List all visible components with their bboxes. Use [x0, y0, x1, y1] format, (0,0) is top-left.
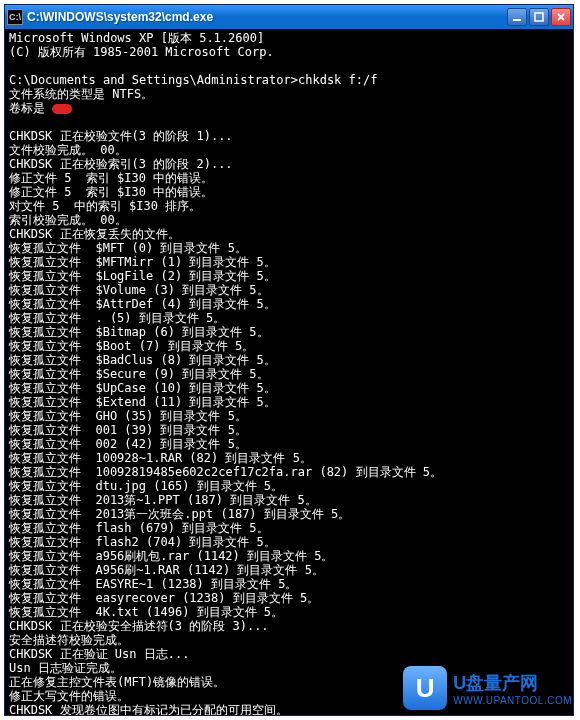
console-line: 恢复孤立文件 GHO (35) 到目录文件 5。 — [9, 409, 247, 423]
console-line: 恢复孤立文件 easyrecover (1238) 到目录文件 5。 — [9, 591, 319, 605]
console-line: 恢复孤立文件 $MFTMirr (1) 到目录文件 5。 — [9, 255, 276, 269]
console-line: Usn 日志验证完成。 — [9, 661, 122, 675]
watermark-title: U盘量产网 — [453, 671, 572, 695]
console-line: CHKDSK 正在校验文件(3 的阶段 1)... — [9, 129, 233, 143]
console-line: 恢复孤立文件 4K.txt (1496) 到目录文件 5。 — [9, 605, 283, 619]
console-line: 恢复孤立文件 $Volume (3) 到目录文件 5。 — [9, 283, 269, 297]
console-line: 修正大写文件的错误。 — [9, 689, 129, 703]
console-line: CHKDSK 正在校验安全描述符(3 的阶段 3)... — [9, 619, 269, 633]
console-line: 恢复孤立文件 001 (39) 到目录文件 5。 — [9, 423, 247, 437]
console-line: 恢复孤立文件 EASYRE~1 (1238) 到目录文件 5。 — [9, 577, 298, 591]
close-icon — [556, 12, 566, 22]
console-line: 对文件 5 中的索引 $I30 排序。 — [9, 199, 201, 213]
close-button[interactable] — [551, 8, 571, 26]
console-line: 恢复孤立文件 $Boot (7) 到目录文件 5。 — [9, 339, 254, 353]
watermark: U U盘量产网 WWW.UPANTOOL.COM — [403, 666, 572, 710]
console-line: 修正文件 5 索引 $I30 中的错误。 — [9, 171, 213, 185]
console-line: 正在修复主控文件表(MFT)镜像的错误。 — [9, 675, 225, 689]
console-line: 恢复孤立文件 A956刷~1.RAR (1142) 到目录文件 5。 — [9, 563, 324, 577]
console-line: (C) 版权所有 1985-2001 Microsoft Corp. — [9, 45, 274, 59]
titlebar[interactable]: C:\ C:\WINDOWS\system32\cmd.exe — [5, 5, 573, 29]
watermark-url: WWW.UPANTOOL.COM — [453, 695, 572, 706]
console-line: 恢复孤立文件 $Extend (11) 到目录文件 5。 — [9, 395, 276, 409]
console-line: 修正文件 5 索引 $I30 中的错误。 — [9, 185, 213, 199]
console-line: 索引校验完成。 00。 — [9, 213, 127, 227]
console-line: 恢复孤立文件 flash2 (704) 到目录文件 5。 — [9, 535, 276, 549]
window-controls — [507, 8, 571, 26]
console-output[interactable]: Microsoft Windows XP [版本 5.1.2600] (C) 版… — [5, 29, 573, 715]
watermark-text: U盘量产网 WWW.UPANTOOL.COM — [453, 671, 572, 706]
console-line: 恢复孤立文件 $UpCase (10) 到目录文件 5。 — [9, 381, 276, 395]
redacted-volume-label — [52, 104, 72, 114]
console-line: 恢复孤立文件 2013第一次班会.ppt (187) 到目录文件 5。 — [9, 507, 350, 521]
console-line: 恢复孤立文件 100928~1.RAR (82) 到目录文件 5。 — [9, 451, 312, 465]
console-line: 文件校验完成。 00。 — [9, 143, 127, 157]
console-line: 恢复孤立文件 002 (42) 到目录文件 5。 — [9, 437, 247, 451]
console-line: 安全描述符校验完成。 — [9, 633, 129, 647]
console-line: Microsoft Windows XP [版本 5.1.2600] — [9, 31, 264, 45]
console-line: 恢复孤立文件 2013第~1.PPT (187) 到目录文件 5。 — [9, 493, 317, 507]
console-line: CHKDSK 正在恢复丢失的文件。 — [9, 227, 180, 241]
window-title: C:\WINDOWS\system32\cmd.exe — [27, 10, 507, 24]
console-line: 恢复孤立文件 $Secure (9) 到目录文件 5。 — [9, 367, 269, 381]
watermark-logo: U — [403, 666, 447, 710]
maximize-button[interactable] — [529, 8, 549, 26]
console-line: 恢复孤立文件 flash (679) 到目录文件 5。 — [9, 521, 269, 535]
console-line: 恢复孤立文件 $MFT (0) 到目录文件 5。 — [9, 241, 247, 255]
cmd-window: C:\ C:\WINDOWS\system32\cmd.exe Microsof… — [4, 4, 574, 716]
maximize-icon — [534, 12, 544, 22]
console-line: 卷标是 — [9, 101, 72, 115]
console-line: 恢复孤立文件 $AttrDef (4) 到目录文件 5。 — [9, 297, 276, 311]
console-line: 恢复孤立文件 dtu.jpg (165) 到目录文件 5。 — [9, 479, 283, 493]
console-line: CHKDSK 发现卷位图中有标记为已分配的可用空间。 — [9, 703, 288, 715]
console-line: 恢复孤立文件 10092819485e602c2cef17c2fa.rar (8… — [9, 465, 442, 479]
svg-rect-1 — [535, 13, 543, 21]
console-line: 文件系统的类型是 NTFS。 — [9, 87, 153, 101]
console-line: C:\Documents and Settings\Administrator>… — [9, 73, 377, 87]
app-icon: C:\ — [7, 9, 23, 25]
minimize-button[interactable] — [507, 8, 527, 26]
console-line: 恢复孤立文件 a956刷机包.rar (1142) 到目录文件 5。 — [9, 549, 334, 563]
svg-rect-0 — [513, 19, 521, 21]
console-line: 恢复孤立文件 $Bitmap (6) 到目录文件 5。 — [9, 325, 269, 339]
minimize-icon — [512, 12, 522, 22]
console-line: 恢复孤立文件 $LogFile (2) 到目录文件 5。 — [9, 269, 276, 283]
console-line: 恢复孤立文件 $BadClus (8) 到目录文件 5。 — [9, 353, 276, 367]
console-line: CHKDSK 正在验证 Usn 日志... — [9, 647, 189, 661]
console-line: CHKDSK 正在校验索引(3 的阶段 2)... — [9, 157, 233, 171]
console-line: 恢复孤立文件 . (5) 到目录文件 5。 — [9, 311, 225, 325]
